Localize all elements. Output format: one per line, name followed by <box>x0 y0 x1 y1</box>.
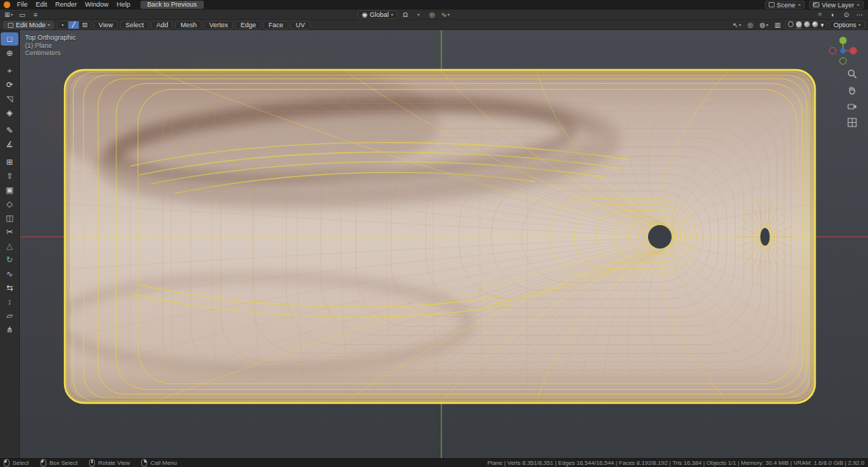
view-layer-selector[interactable]: View Layer × <box>809 1 864 9</box>
tool-shear[interactable]: ▱ <box>1 309 18 322</box>
menu-uv[interactable]: UV <box>291 21 310 29</box>
tool-spin[interactable]: ↻ <box>1 253 18 266</box>
view-layer-label: View Layer <box>822 1 854 9</box>
editor-type-dropdown[interactable]: ⊞▾ <box>3 10 15 19</box>
gizmo-z-axis[interactable] <box>840 48 845 53</box>
tool-transform[interactable]: ◈ <box>1 106 18 119</box>
header-more-icon[interactable]: ⋯ <box>854 10 865 19</box>
menu-select[interactable]: Select <box>120 21 149 29</box>
shading-wireframe-button[interactable] <box>788 21 794 29</box>
tool-edge-slide[interactable]: ⇆ <box>1 281 18 294</box>
gizmo-y-axis[interactable] <box>839 37 847 44</box>
header-misc-icon-1[interactable]: ▭ <box>17 10 28 19</box>
overlays-toggle-icon[interactable]: ◐ <box>828 10 839 19</box>
header-misc-icon-2[interactable]: ≡ <box>30 10 41 19</box>
shading-dropdown-icon[interactable]: ▾ <box>820 21 824 29</box>
edge-select-mode-button[interactable]: ╱ <box>68 21 79 29</box>
pan-hand-icon[interactable] <box>847 85 857 95</box>
view-label: Top Orthographic <box>25 34 76 42</box>
options-label: Options <box>833 21 856 29</box>
viewport-header-row1: ⊞▾ ▭ ≡ ◉ Global ▾ Ω ▾ ◎ ∿▾ ⌗ ◐ ⊙ ⋯ <box>0 10 868 20</box>
snap-settings-dropdown[interactable]: ▾ <box>413 10 424 19</box>
main-area: □ ⊕ + ⟳ ◹ ◈ ✎ ∡ ⊞ ⇧ ▣ ◇ ◫ ✂ △ ↻ ∿ ⇆ ↕ ▱ … <box>0 30 868 458</box>
menu-window[interactable]: Window <box>82 0 113 10</box>
unlink-scene-icon[interactable]: × <box>797 1 801 8</box>
gizmo-x-axis[interactable] <box>850 47 857 54</box>
menu-view[interactable]: View <box>93 21 118 29</box>
blender-logo-icon[interactable] <box>4 1 10 8</box>
visibility-dropdown[interactable]: ↖▾ <box>731 21 743 29</box>
navigation-gizmo[interactable] <box>827 35 859 67</box>
viewport[interactable]: Top Orthographic (1) Plane Centimeters <box>20 30 868 458</box>
tool-smooth[interactable]: ∿ <box>1 267 18 280</box>
shading-rendered-button[interactable] <box>812 21 818 29</box>
transform-orientation-dropdown[interactable]: ◉ Global ▾ <box>357 10 398 19</box>
zoom-icon[interactable] <box>847 68 857 79</box>
tool-loop-cut[interactable]: ◫ <box>1 211 18 224</box>
tool-poly-build[interactable]: △ <box>1 239 18 252</box>
tool-scale[interactable]: ◹ <box>1 92 18 105</box>
snap-magnet-toggle[interactable]: Ω <box>400 10 411 19</box>
menu-render[interactable]: Render <box>51 0 81 10</box>
viewport-canvas[interactable] <box>20 30 868 458</box>
tool-cursor[interactable]: ⊕ <box>1 46 18 60</box>
ortho-grid-icon[interactable] <box>847 117 857 127</box>
tool-shrink-fatten[interactable]: ↕ <box>1 295 18 308</box>
options-dropdown[interactable]: Options ▾ <box>829 21 865 29</box>
viewport-overlay-text: Top Orthographic (1) Plane Centimeters <box>25 34 76 57</box>
gizmo-y-neg-axis[interactable] <box>840 58 847 65</box>
gizmos-toggle-icon[interactable]: ⊙ <box>841 10 852 19</box>
tool-move[interactable]: + <box>1 64 18 77</box>
gizmo-x-neg-axis[interactable] <box>830 48 836 54</box>
tool-annotate[interactable]: ✎ <box>1 124 18 137</box>
back-to-previous-button[interactable]: Back to Previous <box>140 1 204 9</box>
hint-rotate-view: Rotate View <box>89 459 129 467</box>
filter-icon[interactable]: ⌗ <box>814 10 825 19</box>
mode-dropdown[interactable]: ▢ Edit Mode ▾ <box>3 21 54 29</box>
menu-face[interactable]: Face <box>263 21 288 29</box>
shading-mode-group: ▾ <box>785 21 827 29</box>
face-select-mode-button[interactable]: ▨ <box>79 21 90 29</box>
tool-knife[interactable]: ✂ <box>1 225 18 238</box>
topbar: File Edit Render Window Help Back to Pre… <box>0 0 868 10</box>
tool-rip-region[interactable]: ⋔ <box>1 323 18 336</box>
scene-stats: Plane | Verts 8,351/8,351 | Edges 16,544… <box>488 460 864 466</box>
menu-file[interactable]: File <box>13 0 32 10</box>
show-gizmos-icon[interactable]: ◎ <box>745 21 756 29</box>
menu-add[interactable]: Add <box>151 21 173 29</box>
tool-rotate[interactable]: ⟳ <box>1 78 18 91</box>
status-bar: Select Box Select Rotate View Call Menu … <box>0 458 868 467</box>
scene-icon <box>769 2 775 7</box>
tool-inset-faces[interactable]: ▣ <box>1 183 18 196</box>
vertex-select-mode-button[interactable]: • <box>57 21 68 29</box>
tool-add-cube[interactable]: ⊞ <box>1 155 18 168</box>
shading-solid-button[interactable] <box>796 21 802 29</box>
shading-material-button[interactable] <box>804 21 810 29</box>
units-label: Centimeters <box>25 49 76 57</box>
falloff-dropdown[interactable]: ∿▾ <box>440 10 452 19</box>
select-mode-group: • ╱ ▨ <box>57 21 91 29</box>
tool-shelf: □ ⊕ + ⟳ ◹ ◈ ✎ ∡ ⊞ ⇧ ▣ ◇ ◫ ✂ △ ↻ ∿ ⇆ ↕ ▱ … <box>0 30 20 458</box>
scene-selector[interactable]: Scene × <box>765 1 805 9</box>
edit-mode-icon: ▢ <box>7 21 14 29</box>
camera-view-icon[interactable] <box>847 101 857 111</box>
menu-help[interactable]: Help <box>113 0 135 10</box>
orientation-label: Global <box>370 11 389 18</box>
tool-extrude-region[interactable]: ⇧ <box>1 169 18 182</box>
show-overlays-icon[interactable]: ◍▾ <box>758 21 770 29</box>
hint-box-select-label: Box Select <box>49 460 77 466</box>
tool-measure[interactable]: ∡ <box>1 138 18 151</box>
menu-edge[interactable]: Edge <box>235 21 261 29</box>
menu-vertex[interactable]: Vertex <box>204 21 233 29</box>
menu-mesh[interactable]: Mesh <box>175 21 202 29</box>
view-layer-icon <box>813 2 819 7</box>
viewport-header-row2: ▢ Edit Mode ▾ • ╱ ▨ View Select Add Mesh… <box>0 20 868 30</box>
mode-label: Edit Mode <box>16 21 46 29</box>
tool-bevel[interactable]: ◇ <box>1 197 18 210</box>
hint-call-menu-label: Call Menu <box>150 460 177 466</box>
unlink-view-layer-icon[interactable]: × <box>856 1 860 8</box>
menu-edit[interactable]: Edit <box>32 0 51 10</box>
tool-select-box[interactable]: □ <box>1 32 18 46</box>
proportional-editing-toggle[interactable]: ◎ <box>427 10 438 19</box>
xray-toggle-icon[interactable]: ▥ <box>772 21 783 29</box>
